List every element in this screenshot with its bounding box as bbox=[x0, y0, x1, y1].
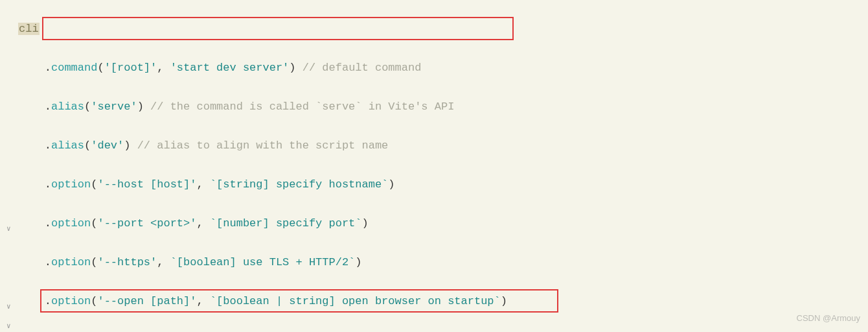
gutter: ∨ ∨ ∨ bbox=[0, 0, 17, 332]
code-line: .option('--host [host]', `[string] speci… bbox=[18, 175, 713, 195]
identifier-cli: cli bbox=[18, 23, 40, 35]
fold-icon[interactable]: ∨ bbox=[6, 316, 11, 332]
code-line: .command('[root]', 'start dev server') /… bbox=[18, 58, 713, 78]
annotation-box-top bbox=[42, 17, 514, 40]
annotation-box-bottom bbox=[40, 289, 558, 313]
watermark: CSDN @Armouy bbox=[797, 309, 860, 328]
fold-icon[interactable]: ∨ bbox=[6, 297, 11, 316]
code-line: .alias('serve') // the command is called… bbox=[18, 97, 713, 117]
code-block: cli .command('[root]', 'start dev server… bbox=[18, 0, 713, 332]
comment: // default command bbox=[303, 62, 422, 74]
comment: // alias to align with the script name bbox=[137, 139, 389, 152]
code-line: .option('--port <port>', `[number] speci… bbox=[18, 214, 713, 233]
comment: // the command is called `serve` in Vite… bbox=[150, 101, 454, 113]
code-line: .alias('dev') // alias to align with the… bbox=[18, 136, 713, 156]
code-line: .option('--https', `[boolean] use TLS + … bbox=[18, 253, 713, 272]
fold-icon[interactable]: ∨ bbox=[6, 219, 11, 239]
